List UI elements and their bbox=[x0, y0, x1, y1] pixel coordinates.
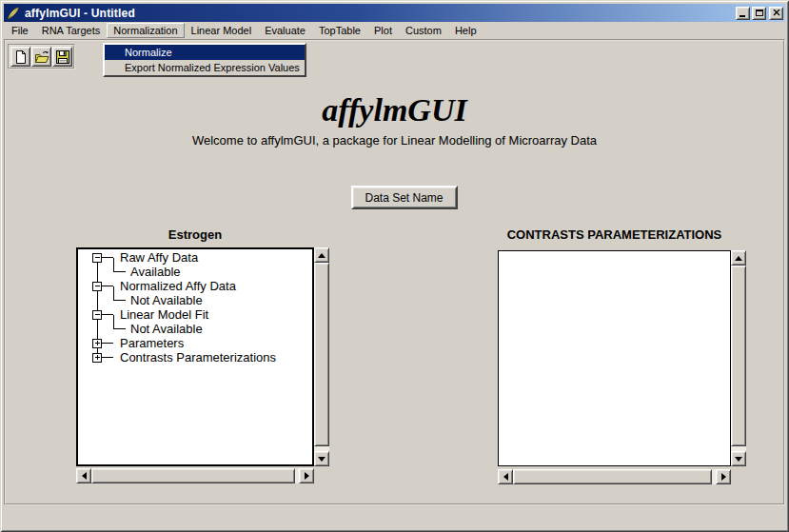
scroll-thumb[interactable] bbox=[314, 263, 329, 446]
menubar: File RNA Targets Normalization Linear Mo… bbox=[4, 22, 785, 39]
scroll-left-button[interactable] bbox=[498, 469, 513, 484]
scroll-down-button[interactable] bbox=[731, 451, 746, 466]
left-panel-title: Estrogen bbox=[76, 227, 314, 243]
tree-toggle-linear-model-fit[interactable] bbox=[93, 310, 102, 319]
feather-icon[interactable] bbox=[7, 7, 20, 20]
menu-evaluate[interactable]: Evaluate bbox=[258, 23, 312, 38]
save-floppy-icon bbox=[55, 49, 70, 65]
normalization-menu: Normalize Export Normalized Expression V… bbox=[103, 43, 306, 77]
scroll-left-button[interactable] bbox=[76, 468, 91, 483]
menu-linear-model[interactable]: Linear Model bbox=[185, 23, 259, 38]
tree-toggle-raw-affy-data[interactable] bbox=[93, 253, 102, 262]
right-panel-title: CONTRASTS PARAMETERIZATIONS bbox=[498, 227, 731, 243]
close-icon bbox=[773, 10, 780, 16]
scroll-right-button[interactable] bbox=[299, 468, 314, 483]
maximize-icon bbox=[756, 10, 763, 16]
app-heading: affylmGUI bbox=[6, 91, 783, 129]
menu-custom[interactable]: Custom bbox=[399, 23, 448, 38]
scroll-thumb[interactable] bbox=[513, 469, 712, 484]
titlebar: affylmGUI - Untitled bbox=[4, 4, 785, 22]
open-folder-icon bbox=[34, 49, 49, 65]
estrogen-tree-box[interactable]: Raw Affy Data Available Normalized Affy … bbox=[76, 247, 314, 466]
close-button[interactable] bbox=[769, 7, 783, 20]
tree-node-label[interactable]: Parameters bbox=[120, 336, 185, 350]
window-controls bbox=[736, 7, 783, 20]
contrasts-horizontal-scrollbar[interactable] bbox=[498, 469, 731, 484]
menu-item-normalize[interactable]: Normalize bbox=[105, 45, 305, 60]
tree-node-label[interactable]: Raw Affy Data bbox=[120, 250, 199, 265]
menu-normalization[interactable]: Normalization bbox=[107, 23, 184, 38]
scroll-up-button[interactable] bbox=[731, 250, 746, 266]
welcome-text: Welcome to affylmGUI, a package for Line… bbox=[6, 133, 783, 148]
tree-toggle-normalized-affy-data[interactable] bbox=[93, 282, 102, 290]
contrasts-listbox[interactable] bbox=[498, 250, 731, 466]
tree-node-status[interactable]: Available bbox=[130, 265, 181, 279]
window-title: affylmGUI - Untitled bbox=[25, 7, 135, 20]
up-arrow-icon bbox=[735, 256, 742, 261]
estrogen-horizontal-scrollbar[interactable] bbox=[76, 468, 314, 483]
minimize-button[interactable] bbox=[736, 7, 750, 20]
estrogen-vertical-scrollbar[interactable] bbox=[314, 247, 329, 466]
right-arrow-icon bbox=[721, 473, 726, 481]
menu-rna-targets[interactable]: RNA Targets bbox=[35, 23, 108, 38]
app-window: affylmGUI - Untitled File RNA Targets No… bbox=[0, 0, 789, 532]
left-arrow-icon bbox=[503, 473, 508, 481]
scroll-right-button[interactable] bbox=[716, 469, 731, 484]
scroll-down-button[interactable] bbox=[314, 451, 329, 466]
menu-toptable[interactable]: TopTable bbox=[312, 23, 367, 38]
menu-file[interactable]: File bbox=[5, 23, 35, 38]
scroll-up-button[interactable] bbox=[314, 247, 329, 263]
menu-help[interactable]: Help bbox=[448, 23, 483, 38]
minimize-icon bbox=[740, 15, 745, 17]
tree-node-label[interactable]: Linear Model Fit bbox=[120, 307, 209, 322]
down-arrow-icon bbox=[735, 457, 742, 462]
tree-node-label[interactable]: Normalized Affy Data bbox=[120, 279, 237, 293]
new-file-button[interactable] bbox=[10, 47, 30, 67]
open-file-button[interactable] bbox=[31, 47, 51, 67]
left-arrow-icon bbox=[82, 472, 87, 480]
up-arrow-icon bbox=[318, 253, 325, 258]
menu-plot[interactable]: Plot bbox=[367, 23, 399, 38]
estrogen-tree: Raw Affy Data Available Normalized Affy … bbox=[78, 249, 312, 464]
tree-node-label[interactable]: Contrasts Parameterizations bbox=[120, 350, 277, 365]
scroll-thumb[interactable] bbox=[731, 266, 746, 446]
tree-node-status[interactable]: Not Available bbox=[130, 293, 203, 307]
tree-toggle-contrasts-parameterizations[interactable] bbox=[93, 353, 102, 362]
new-file-icon bbox=[13, 49, 29, 65]
down-arrow-icon bbox=[318, 457, 325, 462]
tree-toggle-parameters[interactable] bbox=[93, 339, 102, 347]
content-area: affylmGUI Welcome to affylmGUI, a packag… bbox=[4, 39, 785, 505]
toolbar bbox=[8, 44, 75, 69]
save-file-button[interactable] bbox=[52, 47, 72, 67]
maximize-button[interactable] bbox=[752, 7, 766, 20]
data-set-name-button[interactable]: Data Set Name bbox=[350, 186, 457, 209]
menu-item-export-normalized[interactable]: Export Normalized Expression Values bbox=[105, 60, 305, 75]
contrasts-vertical-scrollbar[interactable] bbox=[731, 250, 746, 466]
tree-node-status[interactable]: Not Available bbox=[130, 322, 203, 336]
right-arrow-icon bbox=[305, 472, 309, 480]
scroll-thumb[interactable] bbox=[91, 468, 295, 483]
